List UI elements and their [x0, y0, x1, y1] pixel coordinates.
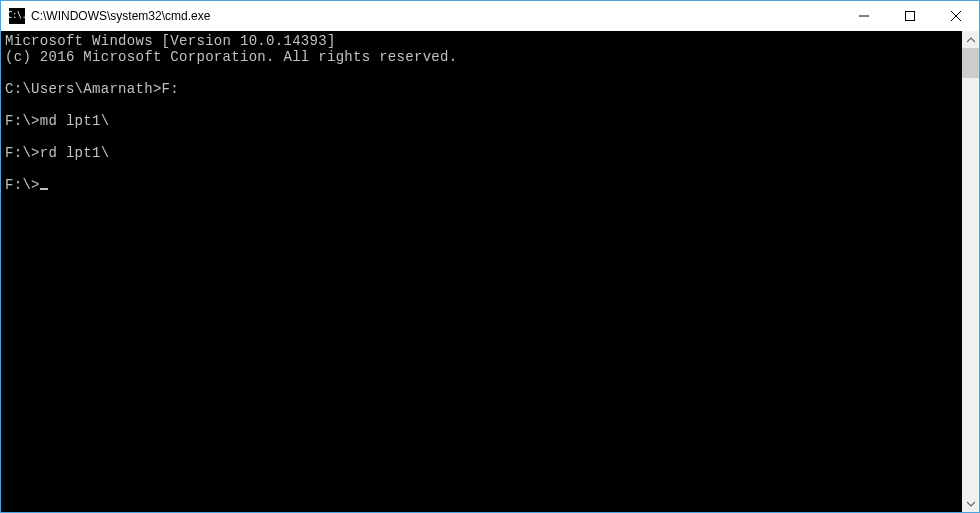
- minimize-button[interactable]: [841, 1, 887, 31]
- svg-rect-1: [906, 12, 915, 21]
- scroll-thumb[interactable]: [962, 48, 979, 78]
- terminal-line: F:\>: [5, 177, 962, 193]
- terminal-line: [5, 129, 962, 145]
- maximize-icon: [905, 11, 915, 21]
- chevron-up-icon: [967, 36, 975, 44]
- terminal-line: [5, 97, 962, 113]
- minimize-icon: [859, 11, 869, 21]
- chevron-down-icon: [967, 500, 975, 508]
- terminal-line: [5, 65, 962, 81]
- window-title: C:\WINDOWS\system32\cmd.exe: [31, 9, 841, 23]
- terminal-line: [5, 161, 962, 177]
- scroll-track[interactable]: [962, 48, 979, 495]
- window-controls: [841, 1, 979, 31]
- close-icon: [951, 11, 961, 21]
- titlebar[interactable]: C:\. C:\WINDOWS\system32\cmd.exe: [1, 1, 979, 31]
- cmd-icon: C:\.: [9, 8, 25, 24]
- close-button[interactable]: [933, 1, 979, 31]
- terminal-line: F:\>rd lpt1\: [5, 145, 962, 161]
- cmd-icon-label: C:\.: [7, 12, 26, 20]
- terminal-line: (c) 2016 Microsoft Corporation. All righ…: [5, 49, 962, 65]
- maximize-button[interactable]: [887, 1, 933, 31]
- cmd-window: C:\. C:\WINDOWS\system32\cmd.exe Microso…: [0, 0, 980, 513]
- terminal-line: F:\>md lpt1\: [5, 113, 962, 129]
- vertical-scrollbar[interactable]: [962, 31, 979, 512]
- terminal-line: C:\Users\Amarnath>F:: [5, 81, 962, 97]
- terminal-line: Microsoft Windows [Version 10.0.14393]: [5, 33, 962, 49]
- cursor: [40, 188, 48, 190]
- scroll-down-button[interactable]: [962, 495, 979, 512]
- terminal-output[interactable]: Microsoft Windows [Version 10.0.14393](c…: [1, 31, 962, 512]
- client-area: Microsoft Windows [Version 10.0.14393](c…: [1, 31, 979, 512]
- scroll-up-button[interactable]: [962, 31, 979, 48]
